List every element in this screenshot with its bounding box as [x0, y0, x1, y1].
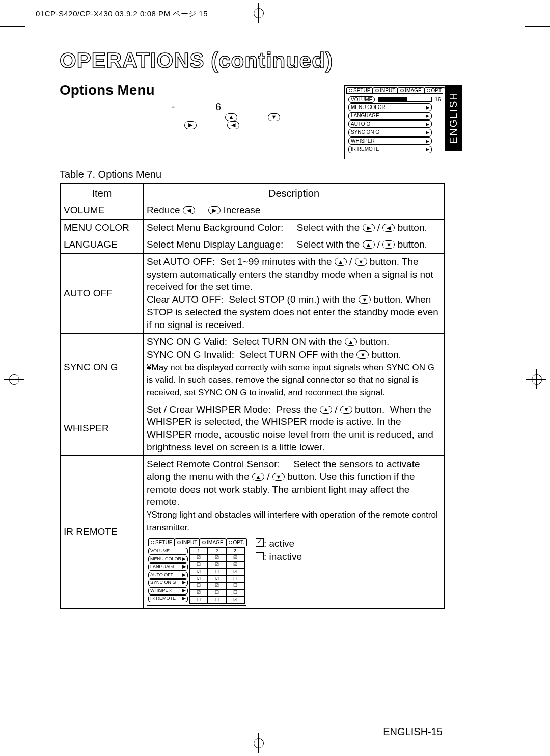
page-body: OPERATIONS (continued) Options Menu - 6 …: [60, 48, 445, 738]
up-icon: ▲: [320, 406, 332, 414]
osd-item-language: LANGUAGE▶: [348, 112, 432, 120]
osd-volume-label: VOLUME: [348, 96, 375, 103]
prepress-header: 01CP-S420/CP-X430 03.9.2 0:08 PM ページ 15: [36, 9, 208, 19]
up-icon: ▲: [252, 473, 264, 481]
down-icon: ▼: [340, 406, 352, 414]
ir-legend: : active : inactive: [256, 537, 302, 564]
section-heading: Options Menu: [60, 82, 334, 98]
right-icon: ▶: [363, 224, 375, 232]
down-icon: ▼: [355, 258, 367, 266]
down-icon: ▼: [382, 240, 395, 249]
th-description: Description: [144, 184, 445, 202]
left-icon: ◀: [227, 121, 239, 129]
row-language-desc: Select Menu Display Language: Select wit…: [144, 236, 445, 254]
row-sync-item: SYNC ON G: [60, 334, 144, 401]
ir-sensor-grid: 123 ☑☑☑ ☐☑☑ ☑☐☑ ☑☑☐ ☐☑☐ ☑☐☐ ☐☐☑: [189, 547, 245, 604]
osd-volume-bar: [378, 97, 432, 102]
row-whisper-item: WHISPER: [60, 401, 144, 456]
down-icon: ▼: [268, 113, 280, 121]
right-icon: ▶: [208, 206, 221, 214]
osd-volume-value: 16: [435, 96, 441, 102]
row-ir-desc: Select Remote Control Sensor: Select the…: [144, 456, 445, 608]
osd-tab-input: INPUT: [373, 87, 398, 93]
up-icon: ▲: [345, 338, 357, 346]
ir-osd-preview: SETUP INPUT IMAGE OPT. VOLUME MENU COLOR…: [147, 537, 246, 606]
intro-dash: -: [172, 100, 175, 114]
options-table: Item Description VOLUME Reduce ◀ ▶ Incre…: [60, 183, 445, 609]
row-menucolor-item: MENU COLOR: [60, 219, 144, 236]
checkbox-empty-icon: [256, 552, 264, 560]
right-icon: ▶: [184, 121, 197, 129]
main-heading: OPERATIONS (continued): [60, 48, 445, 73]
page-number: ENGLISH-15: [57, 726, 443, 738]
row-menucolor-desc: Select Menu Background Color: Select wit…: [144, 219, 445, 236]
osd-item-autooff: AUTO OFF▶: [348, 120, 432, 128]
up-icon: ▲: [225, 113, 237, 121]
osd-item-whisper: WHISPER▶: [348, 137, 432, 145]
up-icon: ▲: [363, 240, 375, 249]
left-icon: ◀: [183, 206, 195, 214]
osd-item-menucolor: MENU COLOR▶: [348, 103, 432, 111]
down-icon: ▼: [359, 295, 371, 304]
row-volume-item: VOLUME: [60, 202, 144, 220]
intro-six: 6: [215, 100, 221, 114]
left-icon: ◀: [382, 224, 395, 232]
intro-block: - 6 ▲ ▼ ▶ ◀: [60, 100, 334, 130]
row-volume-desc: Reduce ◀ ▶ Increase: [144, 202, 445, 220]
language-side-tab: ENGLISH: [444, 85, 462, 151]
row-language-item: LANGUAGE: [60, 236, 144, 254]
row-autooff-desc: Set AUTO OFF: Set 1~99 minutes with the …: [144, 254, 445, 334]
osd-preview: SETUP INPUT IMAGE OPT. VOLUME 16 MENU CO…: [344, 85, 445, 159]
row-sync-desc: SYNC ON G Valid: Select TURN ON with the…: [144, 334, 445, 401]
osd-item-irremote: IR REMOTE▶: [348, 146, 432, 153]
table-caption: Table 7. Options Menu: [60, 169, 445, 180]
down-icon: ▼: [356, 350, 369, 359]
down-icon: ▼: [272, 473, 285, 481]
checkbox-checked-icon: [256, 538, 264, 547]
osd-item-syncong: SYNC ON G▶: [348, 129, 432, 137]
osd-tab-image: IMAGE: [398, 87, 424, 93]
row-whisper-desc: Set / Crear WHISPER Mode: Press the ▲ / …: [144, 401, 445, 456]
up-icon: ▲: [335, 258, 347, 266]
row-ir-item: IR REMOTE: [60, 456, 144, 608]
th-item: Item: [60, 184, 144, 202]
osd-tab-opt: OPT.: [424, 87, 445, 93]
osd-tab-setup: SETUP: [346, 87, 373, 93]
row-autooff-item: AUTO OFF: [60, 254, 144, 334]
